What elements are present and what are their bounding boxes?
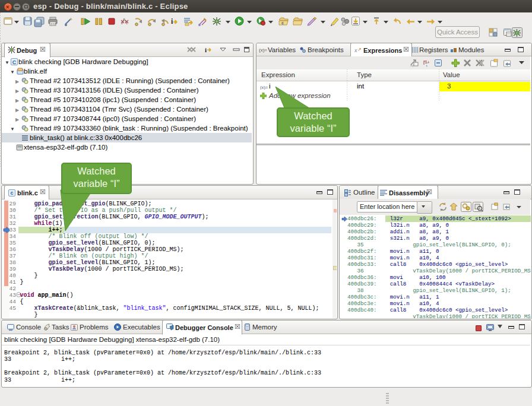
svg-text:i: i	[171, 17, 173, 26]
svg-text:fff: fff	[50, 23, 56, 27]
svg-text:c: c	[10, 190, 13, 196]
svg-text:C: C	[12, 59, 17, 65]
svg-text:c: c	[281, 21, 284, 25]
svg-text:(x)=: (x)=	[259, 47, 267, 53]
svg-text:xy: xy	[410, 64, 414, 68]
svg-text:i: i	[205, 46, 207, 53]
svg-text:↗: ↗	[357, 47, 362, 52]
